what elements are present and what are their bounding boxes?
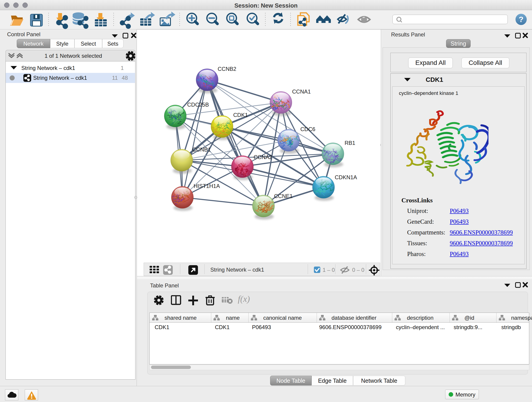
svg-text:CDC25B: CDC25B — [187, 102, 209, 108]
svg-text:HIST1H1A: HIST1H1A — [194, 183, 220, 189]
svg-text:CDC6: CDC6 — [300, 126, 315, 132]
svg-text:CCNB1: CCNB1 — [192, 147, 211, 153]
svg-text:CDK1: CDK1 — [233, 112, 248, 118]
svg-text:RB1: RB1 — [345, 140, 355, 146]
svg-text:CCNE1: CCNE1 — [274, 193, 293, 199]
svg-text:CCNA2: CCNA2 — [254, 154, 272, 160]
svg-text:CCNB2: CCNB2 — [218, 66, 236, 72]
svg-text:CDKN1A: CDKN1A — [335, 174, 357, 180]
svg-text:CCNA1: CCNA1 — [292, 89, 311, 95]
